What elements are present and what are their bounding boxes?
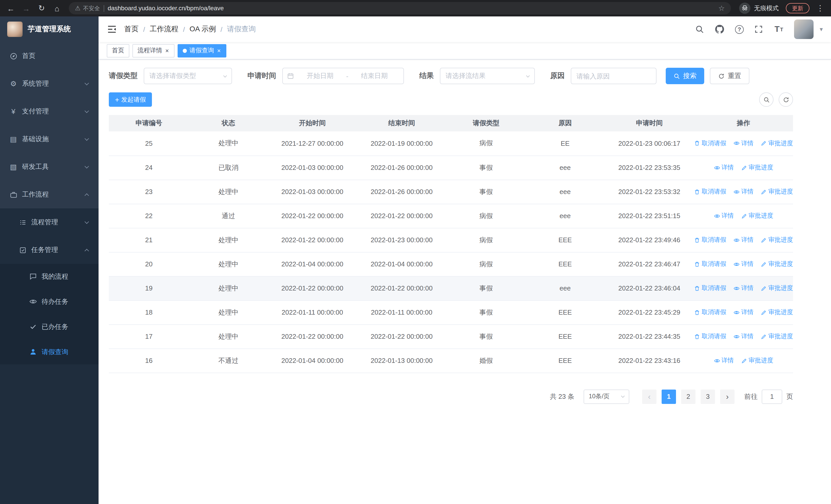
approval-progress-link[interactable]: 审批进度 xyxy=(761,139,793,148)
approval-progress-link[interactable]: 审批进度 xyxy=(741,356,773,365)
user-avatar[interactable] xyxy=(794,20,813,39)
tab-process-detail[interactable]: 流程详情× xyxy=(133,44,174,57)
sidebar-item-devtools[interactable]: ▧研发工具 xyxy=(0,153,98,181)
approval-progress-link[interactable]: 审批进度 xyxy=(761,284,793,293)
reset-button[interactable]: 重置 xyxy=(710,68,749,84)
sidebar-item-my-process[interactable]: 我的流程 xyxy=(0,264,98,289)
cancel-leave-link[interactable]: 取消请假 xyxy=(694,139,726,148)
search-icon[interactable] xyxy=(695,24,705,34)
browser-home-icon[interactable]: ⌂ xyxy=(50,2,64,15)
action-label: 取消请假 xyxy=(701,139,726,148)
sidebar-item-label: 研发工具 xyxy=(22,162,49,171)
sidebar-item-infrastructure[interactable]: ▤基础设施 xyxy=(0,125,98,153)
sidebar-item-leave-query[interactable]: 请假查询 xyxy=(0,339,98,364)
browser-update-button[interactable]: 更新 xyxy=(786,3,809,13)
bookmark-star-icon[interactable]: ☆ xyxy=(718,4,725,12)
goto-page-input[interactable] xyxy=(762,389,782,404)
create-leave-button[interactable]: + 发起请假 xyxy=(109,92,152,107)
security-status[interactable]: ⚠ 不安全 xyxy=(75,4,100,12)
detail-link[interactable]: 详情 xyxy=(734,308,753,317)
breadcrumb-item[interactable]: 首页 xyxy=(124,25,139,34)
cancel-leave-link[interactable]: 取消请假 xyxy=(694,236,726,244)
close-icon[interactable]: × xyxy=(217,48,221,54)
cell-actions: 取消请假详情审批进度 xyxy=(694,324,793,349)
detail-link[interactable]: 详情 xyxy=(714,211,734,220)
browser-back-icon[interactable]: ← xyxy=(4,2,18,15)
action-label: 审批进度 xyxy=(768,139,793,148)
help-icon[interactable]: ? xyxy=(735,25,744,34)
sidebar-fold-icon[interactable] xyxy=(107,24,117,34)
browser-forward-icon[interactable]: → xyxy=(20,2,33,15)
refresh-table-button[interactable] xyxy=(779,92,793,107)
sidebar-item-payment[interactable]: ¥支付管理 xyxy=(0,97,98,125)
approval-progress-link[interactable]: 审批进度 xyxy=(761,332,793,341)
eye-icon xyxy=(734,188,740,195)
page-button-2[interactable]: 2 xyxy=(681,389,695,404)
approval-progress-link[interactable]: 审批进度 xyxy=(741,211,773,220)
fullscreen-icon[interactable] xyxy=(754,24,764,34)
detail-link[interactable]: 详情 xyxy=(714,356,734,365)
apply-time-range-picker[interactable]: 开始日期 - 结束日期 xyxy=(282,68,404,84)
breadcrumb-item[interactable]: 工作流程 xyxy=(150,25,178,34)
browser-reload-icon[interactable]: ↻ xyxy=(35,2,48,15)
incognito-icon xyxy=(739,3,750,14)
leave-type-select[interactable]: 请选择请假类型 xyxy=(144,68,232,84)
detail-link[interactable]: 详情 xyxy=(734,284,753,293)
sidebar-item-process-mgmt[interactable]: 流程管理 xyxy=(0,208,98,236)
search-button[interactable]: 搜索 xyxy=(666,68,704,84)
cell-status: 不通过 xyxy=(189,349,268,373)
toggle-search-button[interactable] xyxy=(759,92,774,107)
sidebar-item-task-mgmt[interactable]: 任务管理 xyxy=(0,236,98,264)
page-button-1[interactable]: 1 xyxy=(662,389,676,404)
caret-down-icon[interactable]: ▾ xyxy=(820,26,823,33)
action-label: 详情 xyxy=(741,236,753,244)
sidebar-item-system[interactable]: ⚙系统管理 xyxy=(0,70,98,97)
cancel-leave-link[interactable]: 取消请假 xyxy=(694,308,726,317)
approval-progress-link[interactable]: 审批进度 xyxy=(761,308,793,317)
sidebar-item-home[interactable]: 首页 xyxy=(0,42,98,70)
next-page-button[interactable]: › xyxy=(720,389,735,404)
sidebar-item-workflow[interactable]: 工作流程 xyxy=(0,181,98,208)
app-logo[interactable]: 芋道管理系统 xyxy=(0,17,98,42)
table-row: 18处理中2022-01-11 00:00:002022-01-11 00:00… xyxy=(109,300,793,324)
page-size-select[interactable]: 10条/页 xyxy=(583,389,629,404)
cancel-leave-link[interactable]: 取消请假 xyxy=(694,332,726,341)
prev-page-button[interactable]: ‹ xyxy=(642,389,657,404)
cell-actions: 取消请假详情审批进度 xyxy=(694,252,793,276)
result-select[interactable]: 请选择流结果 xyxy=(440,68,535,84)
edit-icon xyxy=(741,357,747,364)
tab-leave-query[interactable]: 请假查询× xyxy=(178,44,226,57)
breadcrumb-item[interactable]: OA 示例 xyxy=(190,25,216,34)
detail-link[interactable]: 详情 xyxy=(734,260,753,268)
cancel-leave-link[interactable]: 取消请假 xyxy=(694,260,726,268)
sidebar-item-todo-tasks[interactable]: 待办任务 xyxy=(0,289,98,314)
close-icon[interactable]: × xyxy=(165,48,169,54)
github-icon[interactable] xyxy=(715,24,725,34)
reason-input[interactable] xyxy=(571,68,657,84)
cell-reason: eee xyxy=(525,204,605,228)
chevron-down-icon xyxy=(85,81,89,85)
cell-leave-type: 婚假 xyxy=(447,349,525,373)
approval-progress-link[interactable]: 审批进度 xyxy=(761,187,793,196)
address-bar[interactable]: ⚠ 不安全 dashboard.yudao.iocoder.cn/bpm/oa/… xyxy=(69,2,731,14)
url-text[interactable]: dashboard.yudao.iocoder.cn/bpm/oa/leave xyxy=(108,5,715,12)
sidebar-item-done-tasks[interactable]: 已办任务 xyxy=(0,314,98,339)
tab-home[interactable]: 首页 xyxy=(107,44,130,57)
browser-menu-icon[interactable]: ⋮ xyxy=(813,2,827,15)
detail-link[interactable]: 详情 xyxy=(734,139,753,148)
table-row: 24已取消2022-01-03 00:00:002022-01-26 00:00… xyxy=(109,155,793,180)
approval-progress-link[interactable]: 审批进度 xyxy=(741,163,773,172)
detail-link[interactable]: 详情 xyxy=(734,332,753,341)
cancel-leave-link[interactable]: 取消请假 xyxy=(694,187,726,196)
detail-link[interactable]: 详情 xyxy=(714,163,734,172)
trash-icon xyxy=(694,188,700,195)
cell-start-time: 2022-01-22 00:00:00 xyxy=(268,228,357,252)
detail-link[interactable]: 详情 xyxy=(734,187,753,196)
page-button-3[interactable]: 3 xyxy=(700,389,715,404)
detail-link[interactable]: 详情 xyxy=(734,236,753,244)
chevron-up-icon xyxy=(85,249,89,253)
approval-progress-link[interactable]: 审批进度 xyxy=(761,260,793,268)
font-size-icon[interactable]: TT xyxy=(774,24,784,34)
cancel-leave-link[interactable]: 取消请假 xyxy=(694,284,726,293)
approval-progress-link[interactable]: 审批进度 xyxy=(761,236,793,244)
